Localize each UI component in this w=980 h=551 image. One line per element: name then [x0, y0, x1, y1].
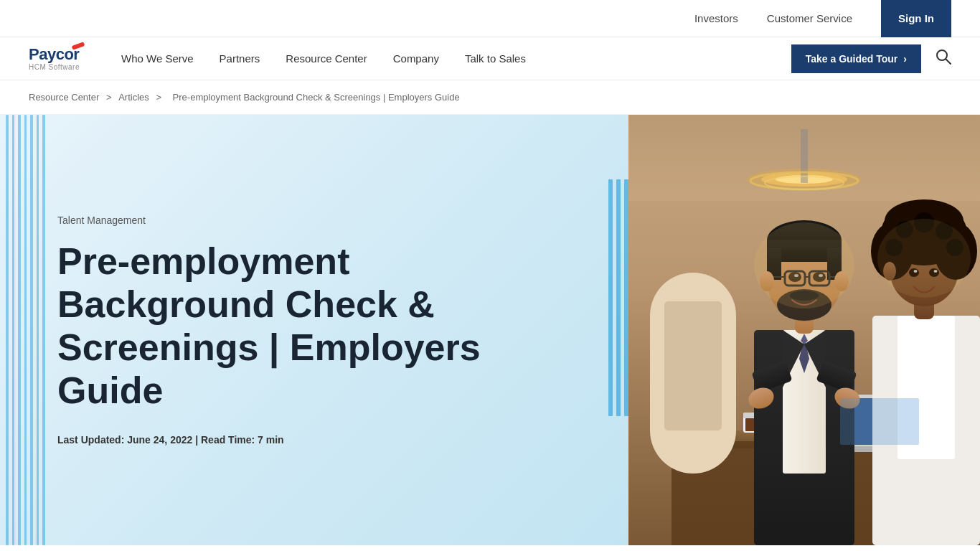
hero-category: Talent Management — [57, 215, 545, 226]
nav-items: Who We Serve Partners Resource Center Co… — [108, 37, 539, 80]
breadcrumb-articles[interactable]: Articles — [118, 92, 149, 103]
svg-line-1 — [946, 60, 951, 65]
breadcrumb-current: Pre-employment Background Check & Screen… — [173, 92, 460, 103]
hero-content: Talent Management Pre-employment Backgro… — [0, 115, 574, 545]
svg-point-71 — [877, 219, 971, 298]
search-button[interactable] — [936, 49, 951, 68]
svg-rect-7 — [801, 129, 808, 183]
guided-tour-label: Take a Guided Tour — [806, 53, 898, 65]
guided-tour-button[interactable]: Take a Guided Tour › — [791, 44, 921, 73]
svg-rect-21 — [664, 301, 722, 430]
hero-image — [628, 115, 980, 545]
breadcrumb: Resource Center > Articles > Pre-employm… — [0, 80, 980, 115]
main-nav: Paycor HCM Software Who We Serve Partner… — [0, 37, 980, 80]
nav-right: Take a Guided Tour › — [791, 44, 951, 73]
logo-sub: HCM Software — [29, 63, 80, 71]
svg-point-70 — [754, 222, 854, 309]
breadcrumb-sep1: > — [106, 92, 114, 103]
chevron-right-icon: › — [903, 53, 907, 65]
search-icon — [936, 49, 951, 68]
logo-name: Paycor — [29, 47, 79, 62]
investors-link[interactable]: Investors — [694, 12, 738, 24]
nav-resource-center[interactable]: Resource Center — [273, 37, 380, 80]
office-svg — [628, 115, 980, 545]
deco-bar-r1 — [608, 179, 613, 416]
top-bar: Investors Customer Service Sign In — [0, 0, 980, 37]
nav-partners[interactable]: Partners — [207, 37, 273, 80]
hero-meta: Last Updated: June 24, 2022 | Read Time:… — [57, 434, 545, 446]
sign-in-button[interactable]: Sign In — [881, 0, 951, 37]
office-scene — [628, 115, 980, 545]
deco-lines-right — [608, 179, 628, 416]
nav-talk-to-sales[interactable]: Talk to Sales — [452, 37, 539, 80]
hero-section: Talent Management Pre-employment Backgro… — [0, 115, 980, 545]
nav-who-we-serve[interactable]: Who We Serve — [108, 37, 207, 80]
breadcrumb-resource-center[interactable]: Resource Center — [29, 92, 99, 103]
customer-service-link[interactable]: Customer Service — [767, 12, 852, 24]
breadcrumb-sep2: > — [156, 92, 164, 103]
logo[interactable]: Paycor HCM Software — [29, 47, 80, 71]
deco-bar-r2 — [616, 179, 621, 416]
hero-title: Pre-employment Background Check & Screen… — [57, 240, 545, 412]
nav-company[interactable]: Company — [380, 37, 452, 80]
top-bar-links: Investors Customer Service — [694, 12, 852, 24]
svg-rect-69 — [840, 398, 919, 445]
